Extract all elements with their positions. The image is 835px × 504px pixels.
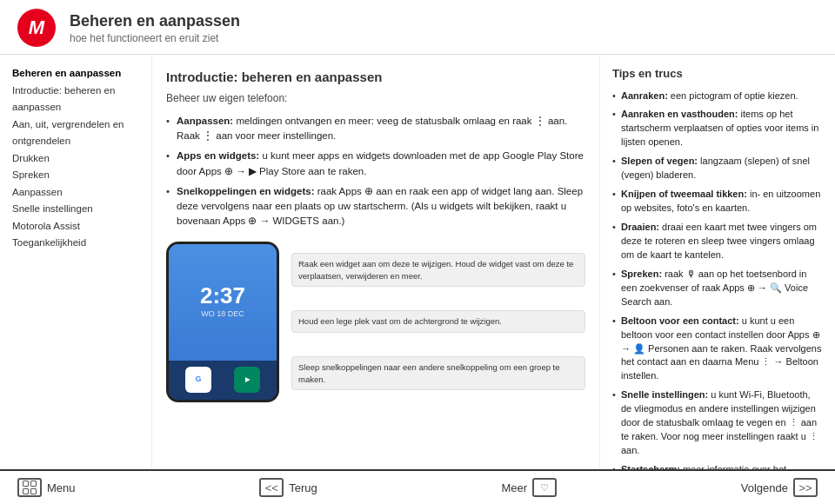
more-button[interactable]: Meer ♡ — [501, 478, 557, 497]
phone-date: WO 18 DEC — [201, 308, 244, 321]
menu-label: Menu — [47, 481, 76, 494]
sidebar-item-snelle[interactable]: Snelle instellingen — [12, 201, 139, 218]
tip-knijpen: Knijpen of tweemaal tikken: in- en uitzo… — [612, 188, 823, 216]
bullet-snelkoppelingen-label: Snelkoppelingen en widgets: — [177, 186, 314, 196]
tip-startscherm: Startscherm: meer informatie over het wi… — [612, 463, 823, 469]
right-panel: Tips en trucs Aanraken: een pictogram of… — [600, 55, 835, 469]
callout-area: Raak een widget aan om deze te wijzigen.… — [288, 242, 585, 402]
tip-draaien: Draaien: draai een kaart met twee vinger… — [612, 221, 823, 262]
tip-slepen: Slepen of vegen: langzaam (slepen) of sn… — [612, 155, 823, 182]
sidebar: Beheren en aanpassen Introductie: behere… — [0, 55, 152, 469]
playstore-app-icon: ▶ — [234, 367, 260, 393]
grid-cell-2 — [30, 481, 37, 487]
tip-aanraken-text: een pictogram of optie kiezen. — [668, 90, 798, 101]
google-app-icon: G — [185, 367, 211, 393]
phone-mockup: 2:37 WO 18 DEC G ▶ — [166, 242, 279, 402]
main-bullet-list: Aanpassen: meldingen ontvangen en meer: … — [166, 114, 585, 229]
phone-bottom-bar: G ▶ — [169, 361, 277, 400]
grid-cell-3 — [23, 488, 29, 494]
next-label: Volgende — [741, 481, 788, 494]
tip-snelle: Snelle instellingen: u kunt Wi-Fi, Bluet… — [612, 388, 823, 458]
sidebar-item-beheren[interactable]: Beheren en aanpassen — [12, 65, 139, 83]
footer-nav: Menu << Terug Meer ♡ Volgende >> — [0, 469, 835, 504]
tip-knijpen-label: Knijpen of tweemaal tikken: — [621, 189, 747, 199]
menu-button[interactable]: Menu — [17, 478, 76, 497]
bullet-apps-label: Apps en widgets: — [177, 150, 259, 161]
sidebar-item-toegankelijkheid[interactable]: Toegankelijkheid — [12, 235, 139, 252]
next-button[interactable]: Volgende >> — [741, 478, 818, 497]
tip-snelle-label: Snelle instellingen: — [621, 389, 708, 400]
header: M Beheren en aanpassen hoe het functione… — [0, 0, 835, 55]
tip-vasthouden: Aanraken en vasthouden: items op het sta… — [612, 108, 823, 149]
middle-content: Introductie: beheren en aanpassen Beheer… — [152, 55, 600, 469]
tip-slepen-label: Slepen of vegen: — [621, 156, 698, 166]
main-layout: Beheren en aanpassen Introductie: behere… — [0, 55, 835, 469]
tip-vasthouden-label: Aanraken en vasthouden: — [621, 109, 738, 119]
grid-cell-4 — [30, 488, 37, 494]
tip-spreken: Spreken: raak 🎙 aan op het toetsenbord i… — [612, 268, 823, 309]
menu-grid-icon — [20, 478, 39, 497]
bullet-aanpassen-label: Aanpassen: — [177, 116, 233, 126]
grid-cell-1 — [23, 481, 29, 487]
bullet-snelkoppelingen: Snelkoppelingen en widgets: raak Apps ⊕ … — [166, 184, 585, 229]
sidebar-item-aan-uit[interactable]: Aan, uit, vergrendelen en ontgrendelen — [12, 116, 139, 150]
chevron-right-icon: >> — [798, 481, 812, 494]
tip-startscherm-label: Startscherm: — [621, 464, 680, 469]
section-title: Introductie: beheren en aanpassen — [166, 67, 585, 87]
header-title-block: Beheren en aanpassen hoe het functioneer… — [70, 12, 240, 44]
more-icon: ♡ — [532, 478, 557, 497]
tip-draaien-label: Draaien: — [621, 222, 659, 232]
tip-aanraken: Aanraken: een pictogram of optie kiezen. — [612, 90, 823, 103]
back-icon: << — [259, 478, 284, 497]
motorola-logo: M — [17, 9, 56, 47]
logo-letter: M — [29, 18, 44, 37]
bullet-aanpassen-text: meldingen ontvangen en meer: veeg de sta… — [177, 116, 567, 141]
phone-illustration-area: 2:37 WO 18 DEC G ▶ Raak een widget aan o… — [166, 235, 585, 409]
tip-beltoon: Beltoon voor een contact: u kunt u een b… — [612, 315, 823, 384]
sidebar-item-motorola[interactable]: Motorola Assist — [12, 218, 139, 235]
back-button[interactable]: << Terug — [259, 478, 317, 497]
callout-widget: Raak een widget aan om deze te wijzigen.… — [291, 253, 585, 287]
callout-groep: Sleep snelkoppelingen naar een andere sn… — [291, 356, 585, 390]
tips-list: Aanraken: een pictogram of optie kiezen.… — [612, 90, 823, 470]
sidebar-item-drukken[interactable]: Drukken — [12, 150, 139, 168]
content-area: Introductie: beheren en aanpassen Beheer… — [152, 55, 835, 469]
phone-time: 2:37 — [200, 284, 245, 307]
chevron-left-icon: << — [265, 481, 278, 494]
header-main-title: Beheren en aanpassen — [70, 12, 240, 30]
phone-screen: 2:37 WO 18 DEC — [169, 244, 277, 361]
tip-aanraken-label: Aanraken: — [621, 90, 668, 101]
tips-title: Tips en trucs — [612, 65, 823, 83]
menu-icon — [17, 478, 42, 497]
tip-beltoon-label: Beltoon voor een contact: — [621, 315, 739, 326]
tip-spreken-label: Spreken: — [621, 269, 662, 279]
bullet-aanpassen: Aanpassen: meldingen ontvangen en meer: … — [166, 114, 585, 144]
next-icon: >> — [793, 478, 818, 497]
heart-icon: ♡ — [540, 482, 549, 494]
sidebar-item-aanpassen[interactable]: Aanpassen — [12, 184, 139, 202]
back-label: Terug — [289, 481, 317, 494]
header-subtitle: hoe het functioneert en eruit ziet — [70, 32, 240, 44]
section-subtitle: Beheer uw eigen telefoon: — [166, 90, 585, 107]
sidebar-item-spreken[interactable]: Spreken — [12, 167, 139, 184]
sidebar-item-introductie[interactable]: Introductie: beheren en aanpassen — [12, 83, 139, 116]
bullet-apps: Apps en widgets: u kunt meer apps en wid… — [166, 149, 585, 179]
callout-achtergrond: Houd een lege plek vast om de achtergron… — [291, 310, 585, 332]
more-label: Meer — [501, 481, 527, 494]
